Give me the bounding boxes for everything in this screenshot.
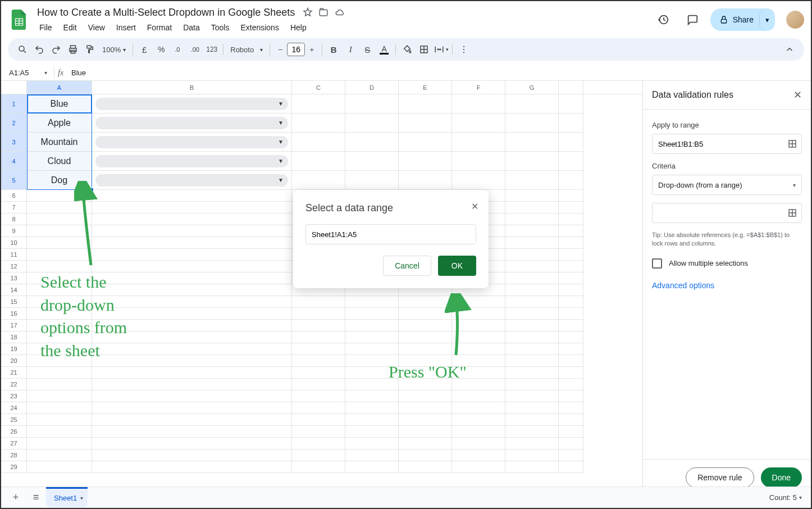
col-header-G[interactable]: G bbox=[505, 81, 559, 94]
cell[interactable] bbox=[505, 237, 559, 249]
cell[interactable] bbox=[292, 171, 345, 190]
dropdown-chip[interactable]: ▼ bbox=[95, 174, 288, 187]
comments-icon[interactable] bbox=[681, 8, 704, 31]
cell[interactable] bbox=[292, 367, 345, 379]
menu-view[interactable]: View bbox=[84, 21, 110, 34]
sheet-tab-1[interactable]: Sheet1 ▾ bbox=[46, 487, 88, 507]
cell[interactable] bbox=[92, 213, 292, 225]
row-header[interactable]: 19 bbox=[1, 343, 27, 355]
cell[interactable] bbox=[345, 113, 399, 133]
cell[interactable] bbox=[399, 296, 452, 308]
row-header[interactable]: 29 bbox=[1, 461, 27, 473]
cell[interactable] bbox=[292, 113, 345, 133]
add-sheet-icon[interactable]: + bbox=[6, 489, 26, 506]
cell[interactable] bbox=[452, 367, 505, 379]
cell[interactable] bbox=[505, 355, 559, 367]
status-bar[interactable]: Count: 5 ▾ bbox=[642, 487, 811, 508]
cell[interactable] bbox=[27, 249, 92, 261]
cell[interactable] bbox=[292, 390, 345, 402]
row-header[interactable]: 15 bbox=[1, 296, 27, 308]
dropdown-chip[interactable]: ▼ bbox=[95, 136, 288, 148]
collapse-toolbar-icon[interactable] bbox=[782, 42, 797, 57]
criteria-select[interactable]: Drop-down (from a range) ▾ bbox=[652, 175, 802, 195]
cell[interactable] bbox=[559, 296, 583, 308]
cell[interactable] bbox=[27, 355, 92, 367]
cell[interactable]: Mountain bbox=[27, 133, 92, 152]
cell[interactable] bbox=[292, 133, 345, 152]
cell[interactable] bbox=[27, 320, 92, 331]
cell[interactable] bbox=[559, 308, 583, 320]
account-avatar[interactable] bbox=[786, 11, 804, 29]
cell[interactable] bbox=[559, 272, 583, 284]
row-header[interactable]: 3 bbox=[1, 133, 27, 152]
row-header[interactable]: 2 bbox=[1, 113, 27, 133]
cell[interactable] bbox=[559, 449, 583, 461]
cell[interactable] bbox=[292, 320, 345, 331]
cell[interactable] bbox=[92, 331, 292, 343]
cell[interactable] bbox=[559, 438, 583, 449]
dialog-cancel-button[interactable]: Cancel bbox=[383, 256, 431, 276]
dropdown-chip[interactable]: ▼ bbox=[95, 155, 288, 167]
cell[interactable] bbox=[559, 355, 583, 367]
cell[interactable] bbox=[399, 113, 452, 133]
cell[interactable] bbox=[92, 379, 292, 390]
cell[interactable] bbox=[452, 171, 505, 190]
row-header[interactable]: 12 bbox=[1, 261, 27, 272]
col-header-A[interactable]: A bbox=[27, 81, 92, 94]
cell[interactable] bbox=[452, 355, 505, 367]
cell[interactable] bbox=[292, 331, 345, 343]
cell[interactable] bbox=[452, 320, 505, 331]
cell[interactable] bbox=[27, 308, 92, 320]
cell[interactable] bbox=[292, 308, 345, 320]
cell[interactable] bbox=[92, 343, 292, 355]
cell[interactable] bbox=[505, 414, 559, 426]
cell[interactable] bbox=[559, 379, 583, 390]
cell[interactable] bbox=[345, 355, 399, 367]
cell[interactable] bbox=[559, 133, 583, 152]
cell[interactable] bbox=[452, 461, 505, 473]
row-header[interactable]: 13 bbox=[1, 272, 27, 284]
cell[interactable] bbox=[559, 390, 583, 402]
select-range-icon[interactable] bbox=[787, 139, 797, 149]
cell[interactable] bbox=[27, 237, 92, 249]
cell[interactable]: Blue bbox=[27, 94, 92, 113]
cell[interactable] bbox=[559, 414, 583, 426]
paint-format-icon[interactable] bbox=[82, 42, 98, 57]
cell[interactable] bbox=[559, 190, 583, 202]
cell[interactable] bbox=[505, 461, 559, 473]
cell[interactable] bbox=[399, 402, 452, 414]
formula-value[interactable]: Blue bbox=[71, 69, 86, 77]
done-button[interactable]: Done bbox=[761, 467, 802, 488]
search-icon[interactable] bbox=[15, 42, 30, 57]
cell[interactable] bbox=[92, 225, 292, 237]
cell[interactable] bbox=[505, 320, 559, 331]
cell[interactable] bbox=[292, 438, 345, 449]
menu-extensions[interactable]: Extensions bbox=[236, 21, 283, 34]
cell[interactable] bbox=[292, 402, 345, 414]
cell[interactable] bbox=[505, 113, 559, 133]
cell[interactable] bbox=[292, 449, 345, 461]
cell[interactable]: Dog bbox=[27, 171, 92, 190]
cell[interactable] bbox=[505, 202, 559, 213]
cell[interactable] bbox=[505, 379, 559, 390]
row-header[interactable]: 18 bbox=[1, 331, 27, 343]
cell[interactable] bbox=[92, 249, 292, 261]
cell[interactable] bbox=[292, 379, 345, 390]
cell[interactable] bbox=[27, 213, 92, 225]
cell[interactable] bbox=[345, 379, 399, 390]
increase-decimal-icon[interactable]: .00 bbox=[187, 42, 203, 57]
cell[interactable] bbox=[292, 152, 345, 171]
star-icon[interactable] bbox=[303, 7, 313, 17]
cell[interactable] bbox=[399, 438, 452, 449]
cell[interactable] bbox=[92, 190, 292, 202]
cell[interactable] bbox=[505, 213, 559, 225]
cell[interactable] bbox=[92, 414, 292, 426]
col-header-F[interactable]: F bbox=[452, 81, 505, 94]
cell[interactable]: Cloud bbox=[27, 152, 92, 171]
cell[interactable] bbox=[345, 438, 399, 449]
cell[interactable] bbox=[345, 461, 399, 473]
share-button[interactable]: Share bbox=[710, 8, 763, 31]
cell[interactable] bbox=[505, 438, 559, 449]
cell[interactable] bbox=[292, 426, 345, 438]
cell[interactable] bbox=[345, 367, 399, 379]
